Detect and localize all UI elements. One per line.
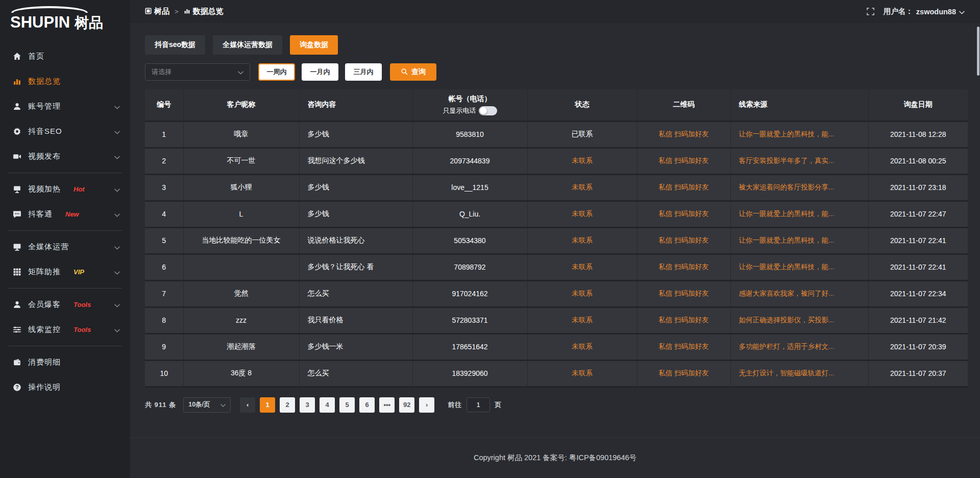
row-qrcode-link[interactable]: 私信 扫码加好友: [637, 121, 730, 148]
row-source-link[interactable]: 客厅安装投影半年多了，真实...: [730, 148, 868, 174]
page-button-2[interactable]: 2: [280, 397, 295, 413]
row-qrcode-link[interactable]: 私信 扫码加好友: [637, 333, 730, 360]
chart-icon: [184, 7, 190, 16]
sidebar-item-matrix-boost[interactable]: 矩阵助推VIP: [0, 259, 130, 284]
row-source-link[interactable]: 让你一眼就爱上的黑科技，能...: [730, 254, 868, 280]
breadcrumb-home[interactable]: 树品: [145, 7, 169, 16]
page-button-5[interactable]: 5: [339, 397, 355, 413]
page-button-6[interactable]: 6: [359, 397, 375, 413]
sidebar-item-data-overview[interactable]: 数据总览: [0, 69, 130, 94]
sidebar-item-douketong[interactable]: 抖客通New: [0, 202, 130, 227]
row-source-link[interactable]: 如何正确选择投影仪，买投影...: [730, 307, 868, 333]
pagination: 共 911 条 10条/页 ‹ 123456•••92› 前往 页: [145, 397, 967, 413]
sidebar-item-member-baoke[interactable]: 会员爆客Tools: [0, 292, 130, 317]
col-account: 帐号（电话） 只显示电话: [412, 89, 527, 121]
user-icon: [12, 102, 21, 111]
topbar-right: 用户名：zswodun88: [867, 7, 965, 16]
scrollbar-thumb[interactable]: [977, 27, 979, 76]
row-content: 多少钱一米: [299, 333, 412, 360]
table-row: 4L多少钱Q_Liu.未联系私信 扫码加好友让你一眼就爱上的黑科技，能...20…: [145, 201, 968, 227]
row-id: 7: [145, 280, 183, 307]
range-button-three-month[interactable]: 三月内: [345, 63, 382, 81]
goto-page-input[interactable]: [467, 397, 490, 412]
row-qrcode-link[interactable]: 私信 扫码加好友: [637, 148, 730, 174]
row-date: 2021-11-07 20:39: [868, 333, 968, 360]
row-content: 多少钱: [299, 201, 412, 227]
sidebar-item-clue-monitor[interactable]: 线索监控Tools: [0, 317, 130, 342]
sidebar-item-account-manage[interactable]: 账号管理: [0, 94, 130, 119]
row-source-link[interactable]: 被大家追着问的客厅投影分享...: [730, 174, 868, 201]
range-button-one-month[interactable]: 一月内: [302, 63, 338, 81]
filter-select[interactable]: 请选择: [145, 63, 250, 81]
row-source-link[interactable]: 无主灯设计，智能磁吸轨道灯...: [730, 360, 868, 387]
row-qrcode-link[interactable]: 私信 扫码加好友: [637, 254, 730, 280]
range-button-one-week[interactable]: 一周内: [258, 63, 295, 81]
page-button-92[interactable]: 92: [399, 397, 414, 413]
sidebar-item-douyin-seo[interactable]: 抖音SEO: [0, 119, 130, 144]
row-content: 多少钱: [299, 121, 412, 148]
row-qrcode-link[interactable]: 私信 扫码加好友: [637, 174, 730, 201]
table-row: 2不可一世我想问这个多少钱2097344839未联系私信 扫码加好友客厅安装投影…: [145, 148, 968, 174]
row-nickname: 潮起潮落: [183, 333, 299, 360]
prev-page-button[interactable]: ‹: [240, 397, 255, 413]
row-qrcode-link[interactable]: 私信 扫码加好友: [637, 227, 730, 254]
comment-icon: [12, 210, 21, 219]
row-id: 2: [145, 148, 183, 174]
chevron-down-icon: [114, 210, 120, 219]
chart-icon: [12, 77, 21, 86]
page-button-3[interactable]: 3: [300, 397, 315, 413]
chevron-down-icon: [114, 243, 120, 251]
row-qrcode-link[interactable]: 私信 扫码加好友: [637, 307, 730, 333]
display-icon: [12, 185, 21, 194]
sidebar-item-label: 线索监控: [28, 325, 61, 334]
next-page-button[interactable]: ›: [419, 397, 434, 413]
row-account: 2097344839: [412, 148, 527, 174]
row-qrcode-link[interactable]: 私信 扫码加好友: [637, 360, 730, 387]
help-icon: ?: [12, 383, 21, 392]
pager: ‹ 123456•••92›: [240, 397, 434, 413]
sidebar-item-video-publish[interactable]: 视频发布: [0, 144, 130, 169]
sidebar-item-video-heat[interactable]: 视频加热Hot: [0, 177, 130, 202]
date-range-buttons: 一周内一月内三月内: [258, 63, 382, 81]
row-account: 917024162: [412, 280, 527, 307]
tab-media-data[interactable]: 全媒体运营数据: [213, 35, 282, 55]
tab-inquiry-data[interactable]: 询盘数据: [290, 35, 338, 55]
page-button-1[interactable]: 1: [260, 397, 275, 413]
row-source-link[interactable]: 让你一眼就爱上的黑科技，能...: [730, 227, 868, 254]
row-source-link[interactable]: 让你一眼就爱上的黑科技，能...: [730, 121, 868, 148]
row-content: 我想问这个多少钱: [299, 148, 412, 174]
row-source-link[interactable]: 多功能护栏灯，适用于乡村文...: [730, 333, 868, 360]
sidebar-item-home[interactable]: 首页: [0, 44, 130, 69]
user-menu[interactable]: 用户名：zswodun88: [884, 7, 965, 16]
row-nickname: 36度 8: [183, 360, 299, 387]
phone-only-toggle[interactable]: [479, 106, 497, 115]
tab-douyin-seo-data[interactable]: 抖音seo数据: [145, 35, 205, 55]
chevron-down-icon: [220, 401, 226, 409]
row-nickname: zzz: [183, 307, 299, 333]
row-qrcode-link[interactable]: 私信 扫码加好友: [637, 280, 730, 307]
row-qrcode-link[interactable]: 私信 扫码加好友: [637, 201, 730, 227]
search-button[interactable]: 查询: [390, 63, 436, 81]
more-pages-button[interactable]: •••: [379, 397, 395, 413]
row-content: 怎么买: [299, 360, 412, 387]
grid-icon: [12, 268, 21, 277]
row-source-link[interactable]: 感谢大家喜欢我家，被问了好...: [730, 280, 868, 307]
filter-bar: 请选择 一周内一月内三月内 查询: [145, 63, 967, 81]
sliders-icon: [12, 325, 21, 334]
sidebar-item-media-operation[interactable]: 全媒体运营: [0, 234, 130, 259]
sidebar-item-label: 账号管理: [28, 102, 61, 111]
row-date: 2021-11-07 22:41: [868, 227, 968, 254]
table-row: 3狐小狸多少钱love__1215未联系私信 扫码加好友被大家追着问的客厅投影分…: [145, 174, 968, 201]
fullscreen-icon[interactable]: [867, 8, 874, 15]
search-icon: [401, 68, 408, 77]
phone-only-label: 只显示电话: [443, 106, 476, 115]
row-source-link[interactable]: 让你一眼就爱上的黑科技，能...: [730, 201, 868, 227]
row-account: 9583810: [412, 121, 527, 148]
row-nickname: 当地比较能吃的一位美女: [183, 227, 299, 254]
col-id: 编号: [145, 89, 183, 121]
page-button-4[interactable]: 4: [320, 397, 335, 413]
sidebar-menu: 首页数据总览账号管理抖音SEO视频发布视频加热Hot抖客通New全媒体运营矩阵助…: [0, 40, 130, 478]
sidebar-item-consume-detail[interactable]: 消费明细: [0, 350, 130, 375]
sidebar-item-help[interactable]: ?操作说明: [0, 375, 130, 400]
page-size-select[interactable]: 10条/页: [183, 397, 231, 413]
